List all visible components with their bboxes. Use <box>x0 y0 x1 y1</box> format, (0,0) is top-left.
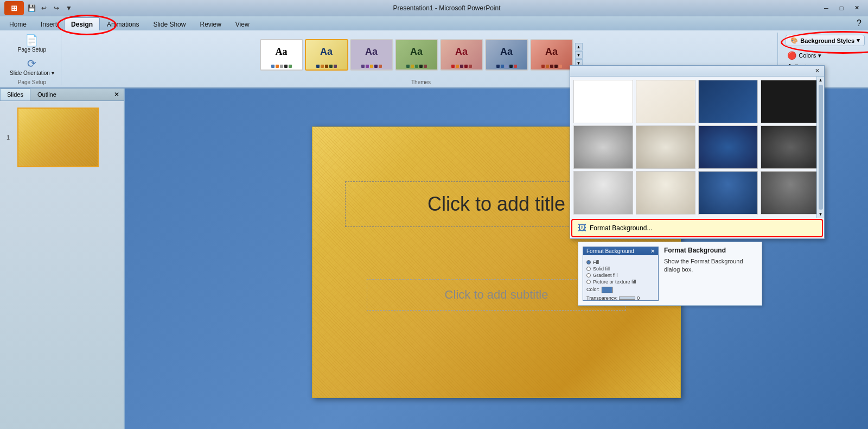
theme-6[interactable]: Aa <box>485 39 528 71</box>
slides-tab[interactable]: Slides <box>0 89 30 100</box>
transparency-value: 0 <box>637 295 640 301</box>
dialog-title-text: Format Background <box>586 248 634 254</box>
window-controls: ─ □ ✕ <box>819 3 864 14</box>
bg-swatch-11[interactable] <box>698 171 758 214</box>
dialog-row-1: Fill <box>586 260 655 265</box>
radio-picture <box>586 280 591 284</box>
transparency-row: Transparency: 0 <box>586 295 655 301</box>
themes-scroll: ▲ ▼ ▼ <box>575 43 583 67</box>
bg-swatch-6[interactable] <box>636 125 695 169</box>
bg-swatch-9[interactable] <box>573 171 633 214</box>
bg-swatch-5[interactable] <box>573 125 633 169</box>
colors-label: Colors <box>799 52 816 59</box>
maximize-button[interactable]: □ <box>834 3 848 14</box>
tab-design[interactable]: Design <box>64 17 100 30</box>
bg-swatch-2[interactable] <box>636 80 695 123</box>
quick-access: 💾 ↩ ↪ ▼ <box>26 3 74 14</box>
scroll-up-arrow[interactable]: ▲ <box>818 77 824 84</box>
scroll-down-arrow[interactable]: ▼ <box>818 211 824 218</box>
tooltip-text: Format Background Show the Format Backgr… <box>664 247 757 301</box>
colors-button[interactable]: 🔴 Colors ▾ <box>786 51 865 60</box>
radio-gradient <box>586 273 591 277</box>
slide-thumbnail[interactable] <box>17 108 99 167</box>
close-button[interactable]: ✕ <box>850 3 864 14</box>
theme-3[interactable]: Aa <box>350 39 393 71</box>
slide-thumb-texture <box>18 109 98 166</box>
tab-review[interactable]: Review <box>193 17 228 30</box>
bg-swatch-1[interactable] <box>573 80 633 123</box>
page-setup-icon: 📄 <box>25 34 39 47</box>
dialog-content: Fill Solid fill Gradient fill Picture or… <box>583 255 658 301</box>
dialog-preview: Format Background ✕ Fill Solid fill Grad… <box>583 247 658 301</box>
tab-slideshow[interactable]: Slide Show <box>146 17 193 30</box>
slide-list: 1 <box>0 101 124 429</box>
save-button[interactable]: 💾 <box>26 3 37 14</box>
office-button[interactable]: ⊞ <box>4 1 24 15</box>
dialog-close-x: ✕ <box>650 248 655 254</box>
tab-view[interactable]: View <box>228 17 257 30</box>
theme-7[interactable]: Aa <box>530 39 573 71</box>
page-setup-buttons: 📄 Page Setup ⟳ Slide Orientation ▾ <box>8 33 56 77</box>
outline-tab[interactable]: Outline <box>30 89 63 100</box>
bg-styles-arrow: ▾ <box>857 37 860 44</box>
tab-home[interactable]: Home <box>2 17 34 30</box>
bg-styles-label: Background Styles <box>800 37 854 44</box>
themes-scroll-up[interactable]: ▲ <box>575 43 583 51</box>
tab-animations[interactable]: Animations <box>100 17 146 30</box>
picture-fill-label: Picture or texture fill <box>593 279 636 285</box>
help-button[interactable]: ? <box>852 16 866 30</box>
tooltip-title: Format Background <box>664 247 757 254</box>
bg-swatch-4[interactable] <box>761 80 820 123</box>
bg-dropdown-scrollbar[interactable]: ▲ ▼ <box>816 77 824 218</box>
slide-orientation-button[interactable]: ⟳ Slide Orientation ▾ <box>8 56 56 77</box>
title-bar: ⊞ 💾 ↩ ↪ ▼ Presentation1 - Microsoft Powe… <box>0 0 868 16</box>
redo-button[interactable]: ↪ <box>51 3 62 14</box>
title-bar-left: ⊞ 💾 ↩ ↪ ▼ <box>4 1 74 15</box>
customize-button[interactable]: ▼ <box>63 3 74 14</box>
page-setup-button[interactable]: 📄 Page Setup <box>8 33 56 54</box>
tab-insert[interactable]: Insert <box>34 17 64 30</box>
undo-button[interactable]: ↩ <box>39 3 49 14</box>
slide-orientation-label: Slide Orientation ▾ <box>10 70 54 76</box>
slides-panel: Slides Outline ✕ 1 <box>0 89 125 429</box>
radio-solid <box>586 267 591 271</box>
bg-swatch-8[interactable] <box>761 125 820 169</box>
bg-swatch-12[interactable] <box>761 171 820 214</box>
background-styles-button[interactable]: 🎨 Background Styles ▾ <box>786 35 865 46</box>
dialog-row-4: Picture or texture fill <box>586 279 655 285</box>
page-setup-group: 📄 Page Setup ⟳ Slide Orientation ▾ Page … <box>3 33 61 85</box>
bg-swatches-grid <box>570 77 824 218</box>
bg-swatch-10[interactable] <box>636 171 695 214</box>
slide-item-1[interactable]: 1 <box>4 105 119 169</box>
tooltip-preview-image: Format Background ✕ Fill Solid fill Grad… <box>583 247 659 301</box>
scroll-thumb <box>819 85 823 210</box>
page-setup-label: Page Setup <box>18 47 46 53</box>
radio-fill <box>586 260 591 264</box>
slide-number: 1 <box>7 134 14 141</box>
window-title: Presentation1 - Microsoft PowerPoint <box>74 4 819 12</box>
dialog-row-2: Solid fill <box>586 266 655 272</box>
tooltip-description: Show the Format Background dialog box. <box>664 257 757 274</box>
bg-swatch-3[interactable] <box>698 80 758 123</box>
format-background-tooltip: Format Background ✕ Fill Solid fill Grad… <box>578 242 762 306</box>
slide-orientation-icon: ⟳ <box>27 57 36 70</box>
bg-styles-icon: 🎨 <box>790 37 798 44</box>
theme-4[interactable]: Aa <box>395 39 438 71</box>
themes-scroll-down[interactable]: ▼ <box>575 51 583 59</box>
color-row: Color: <box>586 287 655 293</box>
theme-1[interactable]: Aa <box>260 39 303 71</box>
background-styles-dropdown: ✕ ▲ ▼ 🖼 Format Background... <box>570 65 825 239</box>
format-background-button[interactable]: 🖼 Format Background... <box>571 219 823 237</box>
slide-panel-tabs: Slides Outline ✕ <box>0 89 124 101</box>
bg-swatch-7[interactable] <box>698 125 758 169</box>
bg-dropdown-close[interactable]: ✕ <box>815 67 820 74</box>
theme-5[interactable]: Aa <box>440 39 483 71</box>
colors-icon: 🔴 <box>787 51 796 60</box>
themes-group-label: Themes <box>411 78 431 85</box>
minimize-button[interactable]: ─ <box>819 3 833 14</box>
format-background-label: Format Background... <box>590 224 652 232</box>
format-bg-icon: 🖼 <box>578 223 586 233</box>
panel-close-button[interactable]: ✕ <box>110 89 124 100</box>
page-setup-group-label: Page Setup <box>18 78 46 85</box>
theme-2[interactable]: Aa <box>305 39 348 71</box>
